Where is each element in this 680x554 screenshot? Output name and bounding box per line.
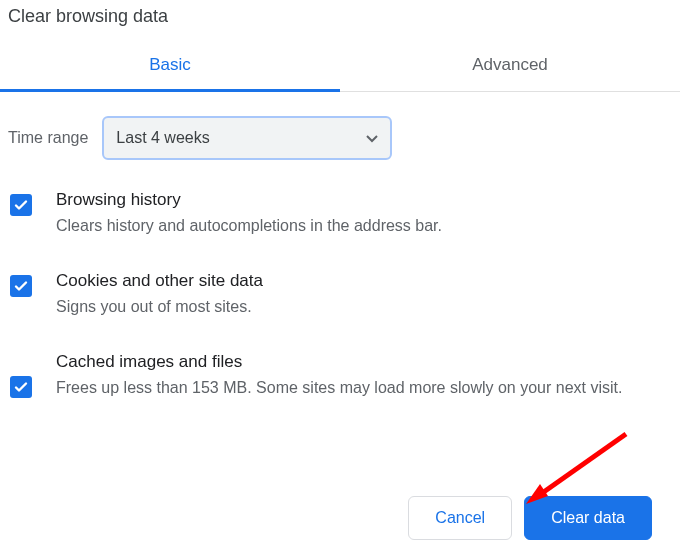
cancel-button[interactable]: Cancel: [408, 496, 512, 540]
options-list: Browsing history Clears history and auto…: [0, 170, 680, 444]
option-title: Cookies and other site data: [56, 271, 670, 291]
time-range-value: Last 4 weeks: [116, 129, 209, 147]
check-icon: [13, 278, 29, 294]
check-icon: [13, 379, 29, 395]
tabs: Basic Advanced: [0, 41, 680, 92]
clear-data-button[interactable]: Clear data: [524, 496, 652, 540]
option-desc: Frees up less than 153 MB. Some sites ma…: [56, 376, 670, 399]
dialog-title: Clear browsing data: [0, 0, 680, 41]
time-range-label: Time range: [8, 129, 88, 147]
option-title: Cached images and files: [56, 352, 670, 372]
dialog-buttons: Cancel Clear data: [408, 496, 652, 540]
tab-basic[interactable]: Basic: [0, 41, 340, 92]
tab-advanced[interactable]: Advanced: [340, 41, 680, 91]
option-title: Browsing history: [56, 190, 670, 210]
time-range-row: Time range Last 4 weeks: [0, 92, 680, 170]
option-browsing-history: Browsing history Clears history and auto…: [10, 190, 670, 237]
option-text: Cookies and other site data Signs you ou…: [56, 271, 670, 318]
option-text: Cached images and files Frees up less th…: [56, 352, 670, 399]
option-desc: Clears history and autocompletions in th…: [56, 214, 670, 237]
checkbox-cookies[interactable]: [10, 275, 32, 297]
option-text: Browsing history Clears history and auto…: [56, 190, 670, 237]
time-range-select[interactable]: Last 4 weeks: [102, 116, 392, 160]
check-icon: [13, 197, 29, 213]
checkbox-browsing-history[interactable]: [10, 194, 32, 216]
chevron-down-icon: [366, 129, 378, 147]
option-cookies: Cookies and other site data Signs you ou…: [10, 271, 670, 318]
option-desc: Signs you out of most sites.: [56, 295, 670, 318]
option-cached: Cached images and files Frees up less th…: [10, 352, 670, 399]
checkbox-cached[interactable]: [10, 376, 32, 398]
